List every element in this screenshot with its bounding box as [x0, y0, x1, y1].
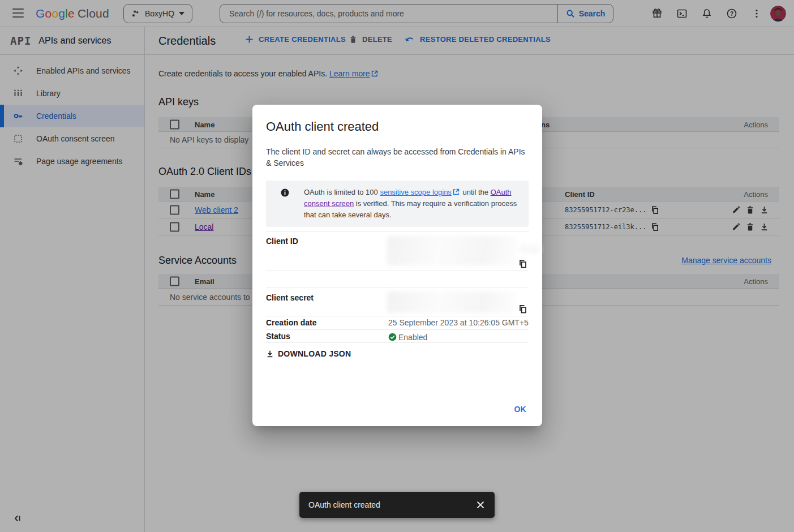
dialog-title: OAuth client created — [266, 119, 529, 134]
download-json-label: DOWNLOAD JSON — [278, 349, 351, 358]
external-link-icon — [453, 188, 460, 195]
creation-date-value: 25 September 2023 at 10:26:05 GMT+5 — [388, 316, 529, 329]
sensitive-scope-logins-link[interactable]: sensitive scope logins — [380, 188, 451, 196]
client-id-redacted-value — [521, 245, 540, 254]
notice-text: until the — [461, 188, 491, 196]
copy-icon[interactable] — [518, 304, 527, 314]
toast-message: OAuth client created — [308, 500, 475, 509]
snackbar-toast: OAuth client created — [299, 492, 495, 518]
download-icon — [266, 350, 274, 358]
creation-date-label: Creation date — [266, 316, 388, 329]
client-secret-label: Client secret — [266, 288, 388, 316]
status-label: Status — [266, 330, 388, 342]
creation-date-row: Creation date 25 September 2023 at 10:26… — [266, 316, 529, 330]
close-icon[interactable] — [475, 500, 486, 510]
check-circle-icon — [388, 333, 397, 341]
dialog-body: The client ID and secret can always be a… — [266, 146, 529, 169]
info-icon — [281, 188, 289, 197]
status-value: Enabled — [398, 333, 427, 342]
spacer-row — [266, 271, 529, 288]
download-json-button[interactable]: DOWNLOAD JSON — [266, 349, 351, 358]
client-id-row: Client ID — [266, 231, 529, 271]
client-secret-row: Client secret — [266, 288, 529, 316]
dialog-fields: Client ID Client secret Creation date 25… — [266, 231, 529, 343]
verification-notice: OAuth is limited to 100 sensitive scope … — [266, 181, 529, 227]
client-id-label: Client ID — [266, 231, 388, 271]
notice-text: OAuth is limited to 100 — [304, 188, 380, 196]
client-secret-redacted-value — [387, 291, 515, 313]
status-row: Status Enabled — [266, 330, 529, 343]
client-id-redacted-value — [387, 236, 516, 265]
ok-button[interactable]: OK — [514, 405, 526, 414]
oauth-client-created-dialog: OAuth client created The client ID and s… — [252, 105, 542, 426]
copy-icon[interactable] — [518, 259, 527, 268]
